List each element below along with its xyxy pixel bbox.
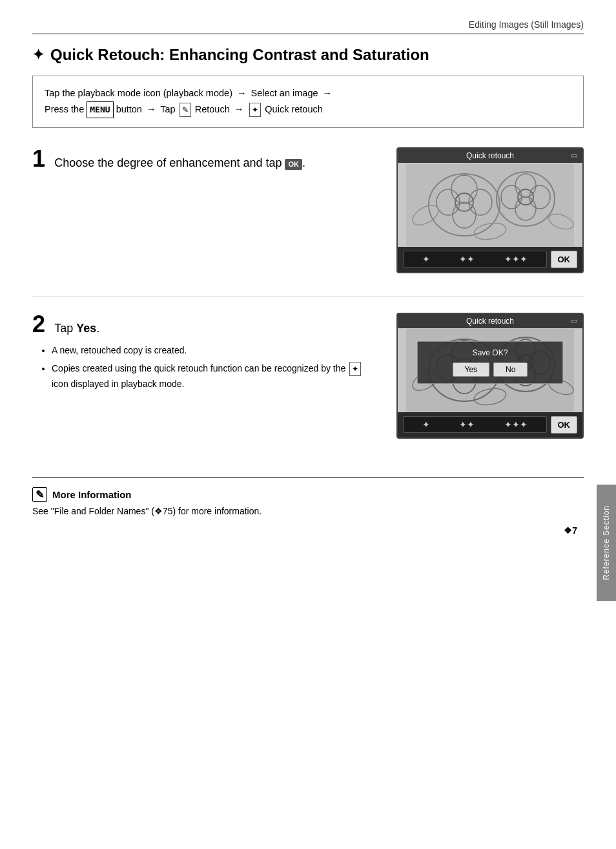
step-2: 2 Tap Yes. A new, retouched copy is crea… [32, 313, 584, 439]
arrow2: → [323, 88, 333, 98]
more-info-title: More Information [52, 489, 132, 500]
save-ok-label: Save OK? [424, 348, 556, 357]
bullet-2: Copies created using the quick retouch f… [52, 361, 377, 392]
enh-btn-2-1: ✦ [422, 419, 430, 430]
enhancement-buttons-1[interactable]: ✦ ✦✦ ✦✦✦ [403, 251, 547, 267]
menu-button-label: MENU [87, 101, 113, 118]
screen-1-title: Quick retouch [466, 151, 514, 160]
step-1-text: Choose the degree of enhancement and tap… [54, 156, 305, 169]
save-dialog: Save OK? Yes No [417, 341, 563, 384]
enhancement-buttons-2: ✦ ✦✦ ✦✦✦ [403, 416, 547, 433]
ok-label: OK [285, 159, 302, 170]
quick-retouch-icon: ✦ [32, 47, 44, 63]
instruction-select-image: Select an image [251, 88, 318, 98]
screen-2-title: Quick retouch [466, 317, 514, 326]
flower-illustration-1 [406, 163, 574, 246]
bullet-1: A new, retouched copy is created. [52, 343, 377, 359]
screen-2-ok-button[interactable]: OK [551, 416, 578, 434]
camera-screen-2: Quick retouch ▭ [396, 313, 584, 439]
enh-btn-2-3: ✦✦✦ [504, 419, 528, 430]
arrow1: → [237, 88, 247, 98]
enh-btn-1[interactable]: ✦ [422, 254, 430, 264]
camera-screen-1: Quick retouch ▭ [396, 147, 584, 273]
page-header: Editing Images (Still Images) [32, 19, 584, 34]
enh-btn-2-2: ✦✦ [459, 419, 475, 430]
reference-section-tab: Reference Section [597, 485, 616, 601]
enh-btn-3[interactable]: ✦✦✦ [504, 254, 528, 264]
instruction-part4: button [116, 104, 142, 114]
battery-icon-1: ▭ [571, 151, 577, 160]
instruction-part1: Tap the playback mode icon (playback mod… [45, 88, 232, 98]
instruction-part3: Press the [45, 104, 84, 114]
arrow4: → [234, 104, 244, 114]
battery-icon-2: ▭ [571, 317, 577, 325]
more-info-text: See "File and Folder Names" (❖75) for mo… [32, 506, 584, 516]
step-2-bullets: A new, retouched copy is created. Copies… [52, 343, 377, 392]
instruction-tap: Tap [160, 104, 175, 114]
page-number: ❖7 [564, 525, 577, 536]
arrow3: → [147, 104, 156, 114]
more-info-icon: ✎ [32, 487, 47, 502]
quick-retouch-label: Quick retouch [265, 104, 322, 114]
retouch-label: Retouch [195, 104, 230, 114]
screen-2-controls: ✦ ✦✦ ✦✦✦ OK [398, 412, 582, 437]
screen-2-titlebar: Quick retouch ▭ [398, 314, 582, 328]
svg-rect-0 [406, 163, 574, 246]
instruction-box: Tap the playback mode icon (playback mod… [32, 76, 584, 128]
more-info-section: ✎ More Information See "File and Folder … [32, 477, 584, 516]
retouch-icon: ✎ [180, 103, 191, 117]
step-1-number: 1 [32, 145, 45, 172]
quick-retouch-small-icon: ✦ [249, 103, 261, 117]
retouch-copy-icon: ✦ [349, 362, 361, 376]
page-title: ✦ Quick Retouch: Enhancing Contrast and … [32, 46, 584, 64]
yes-button[interactable]: Yes [453, 362, 490, 377]
screen-1-controls: ✦ ✦✦ ✦✦✦ OK [398, 247, 582, 272]
step-2-number: 2 [32, 311, 45, 337]
step-2-text: Tap Yes. [54, 322, 99, 335]
screen-2-image-area: Save OK? Yes No [398, 328, 582, 412]
step-1: 1 Choose the degree of enhancement and t… [32, 147, 584, 273]
reference-tab-label: Reference Section [602, 505, 611, 580]
screen-1-ok-button[interactable]: OK [551, 251, 578, 268]
screen-1-image-area [398, 163, 582, 247]
no-button[interactable]: No [493, 362, 528, 377]
enh-btn-2[interactable]: ✦✦ [459, 254, 475, 264]
screen-1-titlebar: Quick retouch ▭ [398, 149, 582, 163]
